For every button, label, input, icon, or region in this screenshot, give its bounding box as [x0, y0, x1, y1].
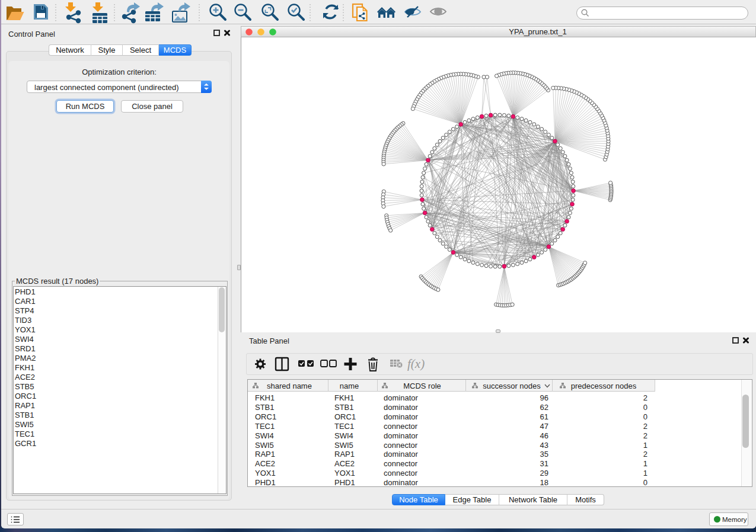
svg-text:SWI5: SWI5	[255, 441, 274, 450]
svg-text:successor nodes: successor nodes	[483, 382, 541, 390]
svg-text:shared name: shared name	[267, 382, 312, 390]
svg-text:MCDS role: MCDS role	[403, 382, 441, 390]
svg-text:FKH1: FKH1	[334, 393, 354, 402]
svg-text:2: 2	[643, 450, 647, 459]
svg-text:61: 61	[540, 412, 548, 421]
svg-text:connector: connector	[384, 469, 418, 477]
svg-text:TEC1: TEC1	[334, 422, 354, 431]
svg-text:SWI4: SWI4	[334, 431, 353, 440]
svg-text:dominator: dominator	[384, 393, 418, 402]
svg-text:0: 0	[643, 412, 647, 421]
svg-text:RAP1: RAP1	[334, 450, 355, 459]
svg-text:dominator: dominator	[384, 431, 418, 440]
svg-text:1: 1	[643, 459, 647, 468]
svg-text:dominator: dominator	[384, 412, 418, 421]
svg-text:2: 2	[643, 422, 647, 431]
svg-text:STB1: STB1	[255, 403, 275, 412]
svg-text:47: 47	[540, 422, 548, 431]
svg-text:PHD1: PHD1	[334, 478, 355, 486]
svg-text:TEC1: TEC1	[255, 422, 275, 431]
svg-text:connector: connector	[384, 441, 418, 450]
svg-text:ACE2: ACE2	[255, 459, 275, 468]
svg-text:46: 46	[540, 431, 548, 440]
svg-text:0: 0	[643, 403, 647, 412]
svg-text:connector: connector	[384, 459, 418, 468]
svg-text:f(x): f(x)	[407, 357, 425, 371]
svg-text:YOX1: YOX1	[255, 469, 276, 477]
svg-text:35: 35	[540, 450, 548, 459]
svg-text:RAP1: RAP1	[255, 450, 275, 459]
svg-text:FKH1: FKH1	[255, 393, 275, 402]
svg-text:0: 0	[643, 478, 647, 486]
svg-text:29: 29	[540, 469, 548, 477]
svg-text:STB1: STB1	[334, 403, 354, 412]
svg-text:18: 18	[540, 478, 548, 486]
svg-text:SWI4: SWI4	[255, 431, 274, 440]
svg-text:SWI5: SWI5	[334, 441, 353, 450]
svg-text:dominator: dominator	[384, 478, 418, 486]
svg-text:2: 2	[643, 431, 647, 440]
svg-text:ORC1: ORC1	[334, 412, 356, 421]
svg-text:dominator: dominator	[384, 403, 418, 412]
svg-text:connector: connector	[384, 422, 418, 431]
svg-text:96: 96	[540, 393, 548, 402]
svg-text:43: 43	[540, 441, 548, 450]
svg-text:1: 1	[643, 441, 647, 450]
svg-text:62: 62	[540, 403, 548, 412]
svg-text:predecessor nodes: predecessor nodes	[571, 382, 637, 390]
svg-text:name: name	[340, 382, 359, 390]
svg-text:1: 1	[643, 469, 647, 477]
svg-text:dominator: dominator	[384, 450, 418, 459]
svg-text:YOX1: YOX1	[334, 469, 355, 477]
svg-text:31: 31	[540, 459, 548, 468]
svg-text:2: 2	[643, 393, 647, 402]
svg-text:ORC1: ORC1	[255, 412, 276, 421]
svg-text:ACE2: ACE2	[334, 459, 355, 468]
svg-text:PHD1: PHD1	[255, 478, 276, 486]
